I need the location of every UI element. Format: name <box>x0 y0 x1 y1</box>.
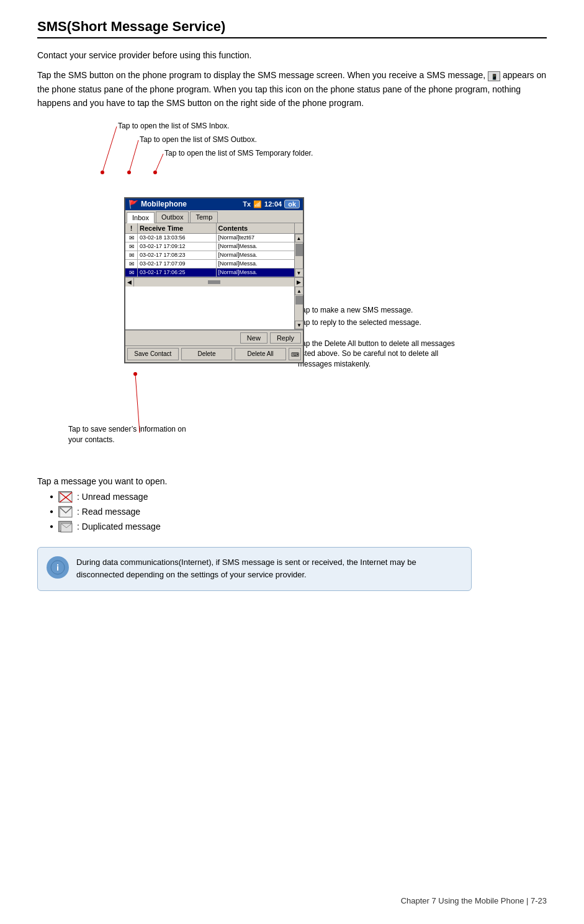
callout-inbox-label: Tap to open the list of SMS Inbox. <box>118 122 229 130</box>
save-contact-button[interactable]: Save Contact <box>127 348 179 360</box>
tab-outbox[interactable]: Outbox <box>156 211 189 223</box>
row-contents: [Normal]Messa. <box>217 269 295 277</box>
row-time: 03-02-17 17:06:25 <box>138 269 217 277</box>
table-row[interactable]: ✉ 03-02-17 17:09:12 [Normal]Messa. <box>125 242 294 251</box>
phone-bottom-row: Save Contact Delete Delete All ⌨ <box>125 345 303 362</box>
intro-para2: Tap the SMS button on the phone program … <box>37 68 547 110</box>
scroll-thumb[interactable] <box>295 244 303 256</box>
phone-titlebar-left: 🚩 Mobilephone <box>128 200 187 209</box>
unread-label: : Unread message <box>77 492 148 502</box>
header-time-col: Receive Time <box>138 223 217 233</box>
info-box: During data communications(Internet), if… <box>37 547 472 592</box>
nav-left-button[interactable]: ◀ <box>125 278 134 287</box>
svg-line-2 <box>129 140 138 172</box>
phone-app-title: Mobilephone <box>141 200 187 208</box>
svg-point-5 <box>153 171 157 174</box>
callout-save-label: Tap to save sender’s information on your… <box>68 424 192 445</box>
windows-flag-icon: 🚩 <box>128 200 138 209</box>
header-icon-col: ! <box>125 223 138 233</box>
list-item-duplicated: ● : Duplicated message <box>50 521 547 532</box>
phone-titlebar-right: Tx 📶 12:04 ok <box>243 200 300 208</box>
tab-inbox[interactable]: Inbox <box>127 212 155 223</box>
phone-nav-bar: ◀ ▶ <box>125 277 303 287</box>
table-row[interactable]: ✉ 03-02-17 17:06:25 [Normal]Messa. <box>125 269 294 277</box>
ok-button[interactable]: ok <box>284 200 300 208</box>
phone-titlebar: 🚩 Mobilephone Tx 📶 12:04 ok <box>125 198 303 210</box>
connection-icon: Tx <box>243 200 251 208</box>
unread-message-icon <box>58 491 72 502</box>
svg-point-3 <box>127 171 131 174</box>
row-time: 03-02-17 17:09:12 <box>138 242 217 251</box>
preview-scroll-down[interactable]: ▼ <box>295 321 303 329</box>
row-icon: ✉ <box>125 251 138 259</box>
scroll-up-button[interactable]: ▲ <box>295 234 303 242</box>
intro-para1: Contact your service provider before usi… <box>37 48 547 62</box>
tab-temp[interactable]: Temp <box>190 211 218 223</box>
reply-button[interactable]: Reply <box>270 332 301 344</box>
row-icon: ✉ <box>125 242 138 251</box>
read-message-icon <box>58 506 72 517</box>
preview-scroll-up[interactable]: ▲ <box>295 287 303 295</box>
phone-table-header: ! Receive Time Contents <box>125 223 303 234</box>
row-time: 03-02-17 17:07:09 <box>138 260 217 268</box>
table-row[interactable]: ✉ 03-02-18 13:03:56 [Normal]tezt67 <box>125 234 294 242</box>
phone-action-row: New Reply <box>125 330 303 345</box>
phone-time: 12:04 <box>264 200 282 208</box>
phone-table-rows: ✉ 03-02-18 13:03:56 [Normal]tezt67 ✉ 03-… <box>125 234 294 277</box>
sms-notification-icon: 📱 <box>488 71 500 81</box>
table-row[interactable]: ✉ 03-02-17 17:08:23 [Normal]Messa. <box>125 251 294 260</box>
row-contents: [Normal]Messa. <box>217 251 295 259</box>
svg-line-4 <box>155 154 163 172</box>
callout-reply-label: Tap to reply to the selected message. <box>298 318 421 327</box>
read-label: : Read message <box>77 507 140 517</box>
phone-table-scroll: ✉ 03-02-18 13:03:56 [Normal]tezt67 ✉ 03-… <box>125 234 303 277</box>
row-time: 03-02-18 13:03:56 <box>138 234 217 242</box>
below-diagram-section: Tap a message you want to open. ● : Unre… <box>37 476 547 532</box>
row-contents: [Normal]Messa. <box>217 242 295 251</box>
row-icon: ✉ <box>125 269 138 277</box>
phone-screen: 🚩 Mobilephone Tx 📶 12:04 ok Inbox Outbox… <box>124 197 304 363</box>
list-item-unread: ● : Unread message <box>50 491 547 502</box>
callout-outbox-label: Tap to open the list of SMS Outbox. <box>140 135 257 144</box>
preview-scrollbar[interactable]: ▲ ▼ <box>294 287 303 329</box>
table-scrollbar[interactable]: ▲ ▼ <box>294 234 303 277</box>
phone-preview-area: ▲ ▼ <box>125 287 303 330</box>
preview-scroll-thumb[interactable] <box>295 296 303 304</box>
new-button[interactable]: New <box>240 332 267 344</box>
svg-point-1 <box>101 171 104 174</box>
duplicated-label: : Duplicated message <box>77 522 161 531</box>
phone-tabs: Inbox Outbox Temp <box>125 210 303 223</box>
signal-icon: 📶 <box>253 200 262 208</box>
delete-all-button[interactable]: Delete All <box>235 348 286 360</box>
footer-text: Chapter 7 Using the Mobile Phone | 7-23 <box>401 896 547 905</box>
callout-deleteall-label: Tap the Delete All button to delete all … <box>298 339 459 370</box>
duplicated-message-icon <box>58 521 72 532</box>
info-box-text: During data communications(Internet), if… <box>76 556 462 582</box>
row-icon: ✉ <box>125 260 138 268</box>
list-item-read: ● : Read message <box>50 506 547 517</box>
page-footer: Chapter 7 Using the Mobile Phone | 7-23 <box>401 896 547 905</box>
row-icon: ✉ <box>125 234 138 242</box>
row-contents: [Normal]Messa. <box>217 260 295 268</box>
callout-new-label: Tap to make a new SMS message. <box>298 306 413 314</box>
svg-point-13 <box>133 372 137 376</box>
page-title: SMS(Short Message Service) <box>37 19 547 38</box>
nav-right-button[interactable]: ▶ <box>294 278 303 287</box>
row-contents: [Normal]tezt67 <box>217 234 295 242</box>
diagram-section: Tap to open the list of SMS Inbox. Tap t… <box>37 117 472 464</box>
info-icon <box>47 556 69 579</box>
svg-line-0 <box>102 127 117 172</box>
table-row[interactable]: ✉ 03-02-17 17:07:09 [Normal]Messa. <box>125 260 294 269</box>
tap-message: Tap a message you want to open. <box>37 476 547 486</box>
header-contents-col: Contents <box>217 223 295 233</box>
intro-text1: Contact your service provider before usi… <box>37 50 252 60</box>
scroll-down-button[interactable]: ▼ <box>295 269 303 277</box>
intro-text2a: Tap the SMS button on the phone program … <box>37 70 485 80</box>
icon-description-list: ● : Unread message ● : Read message ● : … <box>50 491 547 532</box>
delete-button[interactable]: Delete <box>181 348 233 360</box>
keyboard-icon[interactable]: ⌨ <box>289 348 301 360</box>
callout-temp-label: Tap to open the list of SMS Temporary fo… <box>164 149 313 158</box>
row-time: 03-02-17 17:08:23 <box>138 251 217 259</box>
